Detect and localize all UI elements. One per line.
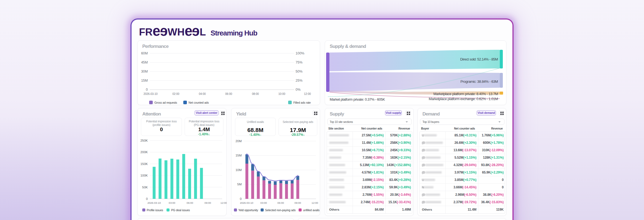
svg-text:Marketplace platform private:: Marketplace platform private: 8.40% - 13… — [433, 92, 498, 96]
svg-text:02:00: 02:00 — [172, 92, 179, 95]
svg-text:45M: 45M — [141, 61, 148, 64]
svg-text:Profile issues: Profile issues — [147, 208, 163, 212]
svg-text:10M: 10M — [236, 168, 242, 172]
svg-text:150K: 150K — [140, 162, 148, 166]
svg-text:03:00: 03:00 — [260, 201, 267, 204]
svg-text:12:00: 12:00 — [304, 92, 311, 95]
svg-text:06:00: 06:00 — [187, 201, 193, 204]
svg-text:Net counted ads: Net counted ads — [189, 101, 209, 104]
svg-text:03:00: 03:00 — [169, 201, 175, 204]
svg-text:250K: 250K — [140, 139, 148, 142]
svg-text:09:00: 09:00 — [294, 201, 301, 204]
svg-text:Yeld opportunity: Yeld opportunity — [238, 208, 258, 212]
svg-text:unfilled avails: unfilled avails — [303, 208, 320, 212]
svg-text:50K: 50K — [142, 186, 148, 189]
svg-text:06:00: 06:00 — [225, 92, 232, 95]
svg-text:0%: 0% — [296, 88, 301, 92]
svg-text:60M: 60M — [141, 51, 148, 55]
svg-text:Direct sold: 52.14% - 85M: Direct sold: 52.14% - 85M — [460, 57, 498, 61]
svg-text:2026-03-10: 2026-03-10 — [143, 92, 158, 95]
svg-text:15M: 15M — [236, 154, 242, 157]
svg-text:15M: 15M — [141, 79, 148, 82]
svg-text:Filled ads rate: Filled ads rate — [293, 101, 311, 104]
svg-text:Marketplace platform exchange:: Marketplace platform exchange: 0.62% - 1… — [429, 97, 498, 101]
svg-text:75%: 75% — [296, 61, 302, 64]
svg-text:12:00: 12:00 — [220, 201, 227, 204]
svg-text:10:00: 10:00 — [278, 92, 285, 95]
svg-text:04:00: 04:00 — [199, 92, 206, 95]
svg-text:2026-03-10: 2026-03-10 — [240, 201, 253, 204]
svg-text:0: 0 — [146, 197, 148, 200]
svg-text:09:00: 09:00 — [204, 201, 211, 204]
svg-text:Gross ad requests: Gross ad requests — [154, 101, 177, 104]
svg-text:12:00: 12:00 — [312, 201, 318, 204]
svg-text:5M: 5M — [237, 183, 242, 186]
svg-text:50%: 50% — [296, 70, 302, 73]
svg-text:25%: 25% — [296, 79, 302, 82]
svg-text:08:00: 08:00 — [252, 92, 259, 95]
svg-text:2026-03-10: 2026-03-10 — [148, 201, 161, 204]
svg-text:100K: 100K — [140, 174, 148, 177]
svg-text:200K: 200K — [140, 150, 148, 154]
svg-text:0: 0 — [240, 197, 242, 200]
svg-text:PG deal issues: PG deal issues — [171, 208, 190, 212]
svg-text:20M: 20M — [236, 139, 242, 143]
svg-text:0: 0 — [146, 88, 148, 92]
svg-text:Programic: 38.84% - 63M: Programic: 38.84% - 63M — [460, 79, 498, 84]
svg-text:Market platform private: 0.37%: Market platform private: 0.37% - 605K — [330, 97, 385, 101]
svg-text:Selected non-paying ads: Selected non-paying ads — [265, 208, 296, 212]
svg-text:100%: 100% — [296, 51, 304, 55]
svg-text:30M: 30M — [141, 70, 148, 73]
svg-text:06:00: 06:00 — [277, 201, 284, 204]
